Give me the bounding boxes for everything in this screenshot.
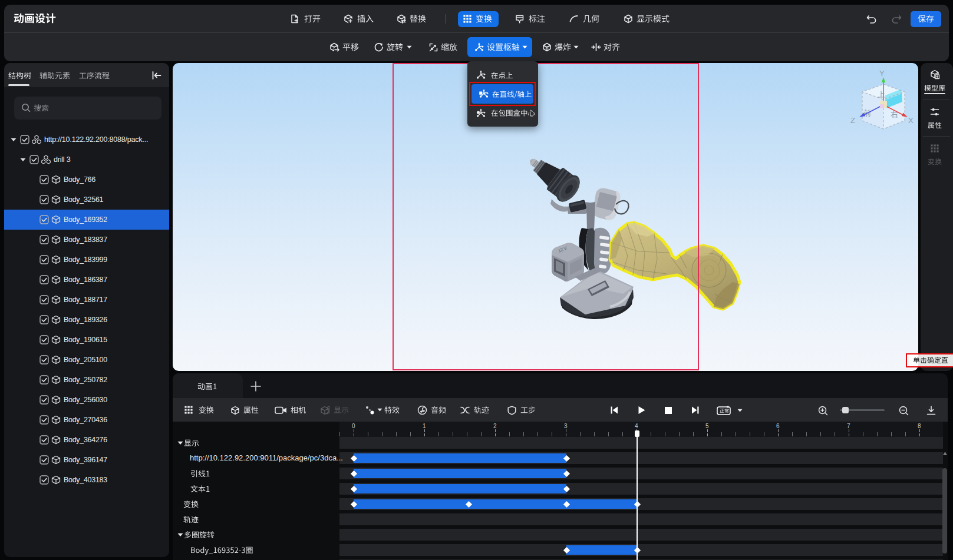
svg-text:Y: Y xyxy=(879,69,885,78)
svg-text:Z: Z xyxy=(850,116,855,125)
svg-text:X: X xyxy=(908,116,914,125)
